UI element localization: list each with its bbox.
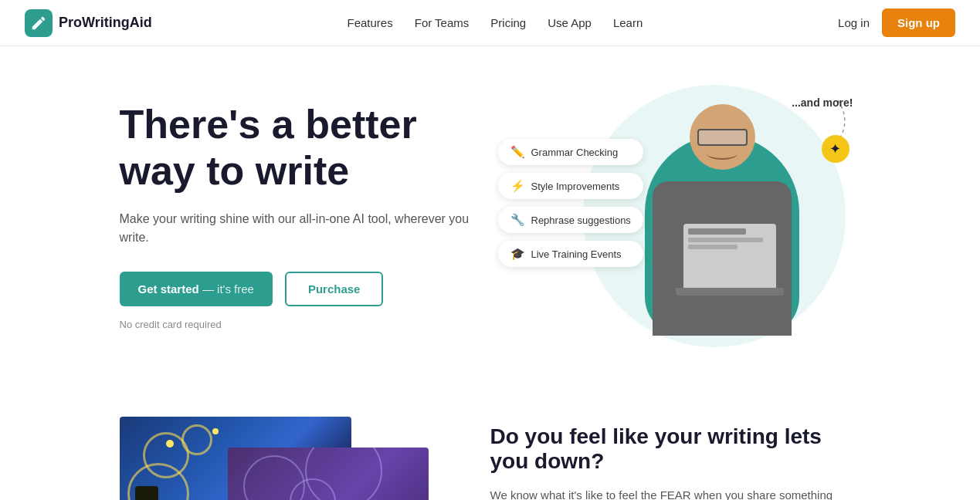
and-more-label: ...and more!	[792, 96, 853, 109]
navbar-actions: Log in Sign up	[838, 8, 955, 37]
hero-left: There's a better way to write Make your …	[120, 102, 490, 330]
hero-subtitle: Make your writing shine with our all-in-…	[120, 210, 490, 247]
feature-badges: ✏️ Grammar Checking ⚡ Style Improvements…	[498, 139, 643, 267]
grammar-icon: ✏️	[510, 145, 525, 159]
logo-svg	[30, 15, 47, 32]
smile	[707, 147, 738, 160]
nav-for-teams[interactable]: For Teams	[415, 16, 470, 29]
hero-section: There's a better way to write Make your …	[27, 46, 954, 386]
star1	[212, 428, 219, 434]
hero-illustration: ✏️ Grammar Checking ⚡ Style Improvements…	[490, 93, 861, 340]
get-started-button[interactable]: Get started — it's free	[120, 272, 273, 306]
nav-features[interactable]: Features	[348, 16, 393, 29]
nav-learn[interactable]: Learn	[613, 16, 643, 29]
rephrase-icon: 🔧	[510, 213, 525, 227]
ov3	[305, 448, 382, 500]
tree-shape	[135, 486, 158, 500]
person-illustration	[637, 96, 807, 336]
badge-training: 🎓 Live Training Events	[498, 241, 643, 267]
training-icon: 🎓	[510, 247, 525, 261]
badge-rephrase: 🔧 Rephrase suggestions	[498, 207, 643, 233]
nav-use-app[interactable]: Use App	[548, 16, 592, 29]
second-title: Do you feel like your writing lets you d…	[490, 424, 861, 474]
hero-buttons: Get started — it's free Purchase	[120, 272, 490, 306]
brand-logo[interactable]: ProWritingAid	[25, 9, 152, 37]
head	[690, 104, 755, 170]
purple-painting	[228, 448, 429, 500]
second-section-inner: My idea in my head Do you feel like your…	[27, 386, 954, 500]
hero-title: There's a better way to write	[120, 102, 490, 194]
second-section: My idea in my head Do you feel like your…	[0, 386, 980, 500]
laptop-screen	[683, 224, 776, 289]
star-badge: ✦	[822, 135, 849, 163]
swirl2	[181, 424, 212, 455]
logo-icon	[25, 9, 53, 37]
second-right: Do you feel like your writing lets you d…	[490, 417, 861, 500]
person-figure	[637, 96, 807, 336]
signup-button[interactable]: Sign up	[882, 8, 955, 37]
login-button[interactable]: Log in	[838, 16, 870, 29]
hero-note: No credit card required	[120, 319, 490, 330]
badge-grammar: ✏️ Grammar Checking	[498, 139, 643, 165]
glasses	[697, 129, 748, 146]
brand-name: ProWritingAid	[59, 15, 152, 31]
purchase-button[interactable]: Purchase	[285, 272, 384, 306]
badge-style: ⚡ Style Improvements	[498, 173, 643, 199]
nav-links: Features For Teams Pricing Use App Learn	[348, 16, 643, 29]
nav-pricing[interactable]: Pricing	[490, 16, 526, 29]
navbar: ProWritingAid Features For Teams Pricing…	[0, 0, 980, 46]
painting-container: My idea in my head	[120, 417, 444, 500]
second-text: We know what it's like to feel the FEAR …	[490, 486, 861, 500]
style-icon: ⚡	[510, 179, 525, 193]
star3	[166, 440, 174, 448]
laptop-base	[676, 288, 784, 296]
